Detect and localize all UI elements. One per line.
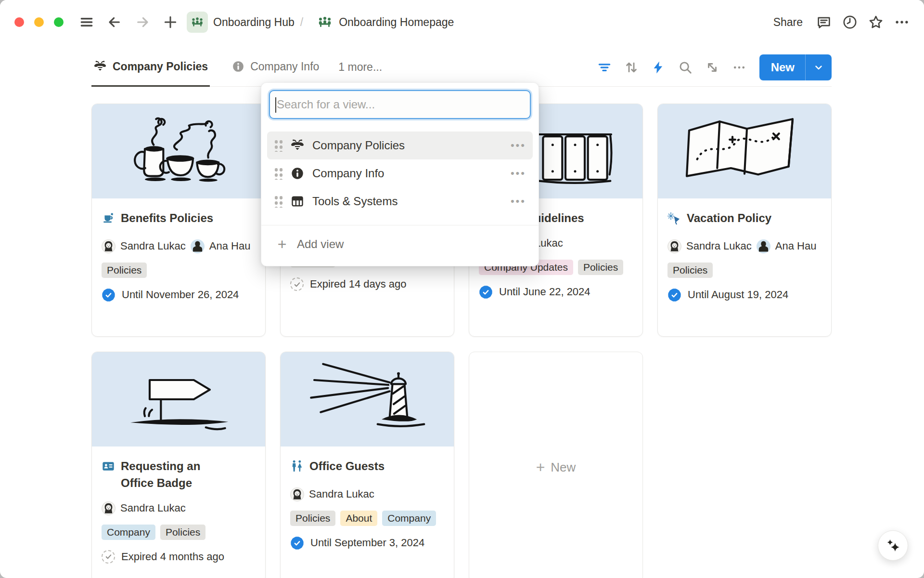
add-view-label: Add view — [297, 237, 344, 251]
tag[interactable]: About — [340, 511, 377, 526]
tab-company-policies[interactable]: Company Policies — [91, 48, 210, 87]
more-icon[interactable] — [892, 13, 911, 32]
star-icon[interactable] — [866, 13, 886, 32]
breadcrumb-separator: / — [300, 16, 303, 29]
card-tags: Policies — [667, 263, 821, 278]
view-search-input[interactable] — [270, 98, 530, 111]
card-tags: Policies — [102, 263, 256, 278]
card-people: Sandra Lukac Ana Hau — [667, 239, 831, 253]
zoom-window-button[interactable] — [54, 17, 64, 27]
vacation-icon — [667, 210, 681, 230]
sidebar-menu-icon[interactable] — [77, 13, 96, 32]
add-view-button[interactable]: + Add view — [267, 230, 533, 258]
tag[interactable]: Policies — [102, 263, 147, 278]
tag[interactable]: Policies — [160, 525, 205, 540]
tag[interactable]: Policies — [667, 263, 713, 278]
sort-icon[interactable] — [621, 57, 642, 78]
drag-handle-icon[interactable] — [274, 139, 283, 152]
card-title-row: Benefits Policies — [102, 210, 256, 230]
new-card-label: New — [551, 460, 576, 475]
card-title-row: Guidelines — [525, 210, 633, 227]
view-item-more-icon[interactable]: ••• — [511, 195, 526, 208]
card-title: Office Guests — [309, 458, 385, 478]
minimize-window-button[interactable] — [34, 17, 44, 27]
avatar — [102, 239, 116, 253]
new-button[interactable]: New — [759, 54, 832, 80]
card-title: Requesting an Office Badge — [121, 458, 217, 492]
share-button[interactable]: Share — [769, 13, 808, 32]
tag[interactable]: Company — [102, 525, 155, 540]
card-status: Expired 14 days ago — [290, 277, 444, 291]
chevron-down-icon[interactable] — [806, 62, 832, 73]
bolt-icon[interactable] — [648, 57, 669, 78]
card-requesting-office-badge[interactable]: Requesting an Office Badge Sandra Lukac … — [91, 352, 266, 578]
card-benefits-policies[interactable]: Benefits Policies Sandra Lukac Ana Hau P… — [91, 104, 266, 337]
info-icon — [291, 167, 304, 180]
card-status: Expired 4 months ago — [102, 550, 256, 564]
view-item-label: Tools & Systems — [312, 195, 511, 208]
card-tags: Company Policies — [102, 525, 256, 540]
view-item-company-info[interactable]: Company Info ••• — [267, 159, 533, 187]
history-clock-icon[interactable] — [840, 13, 860, 32]
view-item-more-icon[interactable]: ••• — [511, 139, 526, 152]
bee-icon — [93, 60, 107, 73]
search-icon[interactable] — [675, 57, 696, 78]
more-icon[interactable] — [729, 57, 750, 78]
tag[interactable]: Company — [382, 511, 436, 526]
people-table-icon — [190, 15, 205, 29]
ai-assistant-button[interactable] — [878, 530, 908, 561]
view-item-label: Company Policies — [312, 139, 511, 152]
people-table-icon — [317, 14, 333, 30]
people-icon — [290, 458, 304, 478]
view-search-field[interactable] — [269, 90, 531, 119]
drag-handle-icon[interactable] — [274, 195, 283, 208]
drag-handle-icon[interactable] — [274, 167, 283, 180]
card-title: Benefits Policies — [121, 210, 213, 230]
verified-badge-icon — [290, 536, 304, 550]
expired-check-icon — [102, 550, 115, 564]
close-window-button[interactable] — [14, 17, 24, 27]
person-name: Sandra Lukac — [120, 240, 186, 252]
person-name: Ana Hau — [775, 240, 817, 252]
card-people: Sandra Lukac Ana Hau — [102, 239, 265, 253]
view-item-more-icon[interactable]: ••• — [511, 167, 526, 180]
card-vacation-policy[interactable]: Vacation Policy Sandra Lukac Ana Hau Pol… — [657, 104, 832, 337]
tab-company-info[interactable]: Company Info — [230, 48, 321, 87]
window-titlebar: Onboarding Hub / Onboarding Homepage Sha… — [0, 0, 924, 44]
back-arrow-icon[interactable] — [105, 13, 124, 32]
new-button-label: New — [759, 61, 805, 74]
new-card-button[interactable]: + New — [469, 352, 643, 578]
filter-icon[interactable] — [594, 57, 615, 78]
avatar — [757, 239, 770, 253]
breadcrumb-root-label[interactable]: Onboarding Hub — [213, 16, 295, 29]
person-name: Sandra Lukac — [120, 502, 186, 514]
view-item-tools-systems[interactable]: Tools & Systems ••• — [267, 187, 533, 215]
tag[interactable]: Policies — [290, 511, 335, 526]
expand-icon[interactable] — [702, 57, 723, 78]
view-item-company-policies[interactable]: Company Policies ••• — [267, 131, 533, 159]
avatar — [191, 239, 205, 253]
more-tabs-button[interactable]: 1 more... — [338, 61, 382, 74]
card-tags: Policies About Company — [290, 511, 444, 526]
lighthouse-illustration — [281, 352, 454, 447]
breadcrumb-root-item[interactable] — [187, 12, 208, 33]
info-icon — [232, 60, 244, 73]
card-office-guests[interactable]: Office Guests Sandra Lukac Policies Abou… — [280, 352, 454, 578]
sparkles-icon — [885, 537, 902, 554]
new-page-plus-icon[interactable] — [161, 13, 180, 32]
breadcrumb-current-label[interactable]: Onboarding Homepage — [339, 16, 454, 29]
tag[interactable]: Policies — [578, 260, 623, 275]
breadcrumb-current-item[interactable] — [316, 13, 334, 31]
view-menu-popover: Company Policies ••• Company Info ••• — [261, 82, 539, 266]
status-label: Until November 26, 2024 — [122, 289, 239, 301]
card-status: Until June 22, 2024 — [479, 285, 633, 299]
comments-icon[interactable] — [814, 13, 834, 32]
avatar — [667, 239, 681, 253]
avatar — [290, 487, 304, 501]
view-tabs-bar: Company Policies Company Info 1 more... — [91, 48, 832, 87]
bee-icon — [290, 138, 305, 153]
forward-arrow-icon[interactable] — [133, 13, 152, 32]
status-label: Until June 22, 2024 — [499, 286, 590, 298]
status-label: Expired 14 days ago — [310, 278, 407, 290]
table-icon — [291, 195, 304, 208]
